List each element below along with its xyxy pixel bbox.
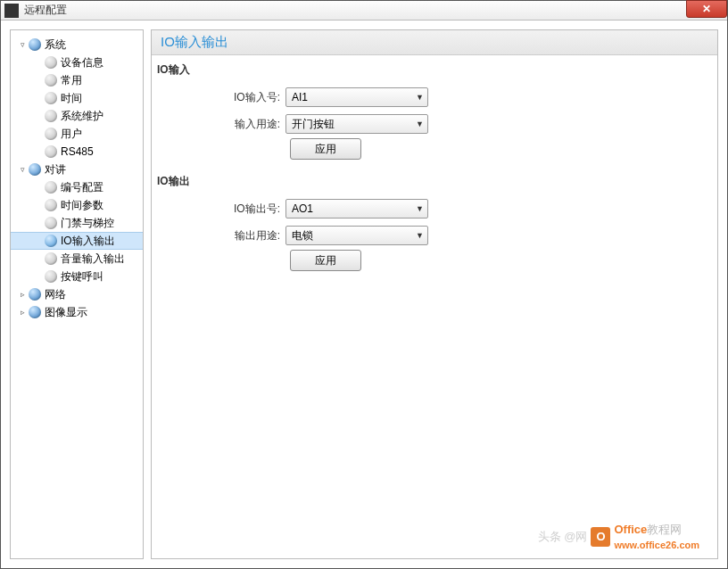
select-value: 电锁 (292, 228, 313, 243)
content: ▿ 系统 设备信息 常用 时间 系统维护 用户 (1, 21, 727, 568)
sphere-icon (45, 199, 57, 211)
tree-item-key-call[interactable]: 按键呼叫 (11, 268, 143, 285)
tree-item-io-inout[interactable]: IO输入输出 (11, 232, 143, 250)
sphere-icon (45, 252, 57, 265)
button-label: 应用 (315, 253, 336, 268)
sphere-icon (45, 92, 57, 104)
tree-label: 常用 (61, 73, 82, 88)
expand-down-icon[interactable]: ▿ (18, 40, 27, 49)
button-label: 应用 (315, 142, 336, 157)
office-icon: O (591, 527, 610, 547)
tree-label: 用户 (61, 127, 82, 142)
select-value: AO1 (292, 202, 313, 215)
io-output-usage-select[interactable]: 电锁 ▼ (285, 226, 428, 245)
io-output-section-label: IO输出 (152, 167, 717, 193)
form-row: 输入用途: 开门按钮 ▼ (152, 111, 717, 136)
close-icon: ✕ (702, 3, 711, 15)
chevron-down-icon: ▼ (416, 120, 424, 128)
tree-label: IO输入输出 (61, 234, 115, 249)
page-title: IO输入输出 (152, 30, 717, 55)
close-button[interactable]: ✕ (686, 0, 727, 18)
expand-down-icon[interactable]: ▿ (18, 165, 27, 174)
sphere-icon (45, 270, 57, 283)
window-title: 远程配置 (24, 3, 67, 18)
tree-node-intercom[interactable]: ▿ 对讲 (11, 161, 143, 178)
app-icon (4, 4, 19, 18)
sphere-icon (45, 74, 57, 87)
tree-label: 系统维护 (61, 109, 103, 124)
tree-label: RS485 (61, 145, 94, 158)
expand-right-icon[interactable]: ▹ (18, 290, 27, 299)
tree-item-time-params[interactable]: 时间参数 (11, 196, 143, 214)
tree-label: 设备信息 (61, 55, 103, 70)
tree-label: 按键呼叫 (61, 269, 103, 284)
io-input-usage-select[interactable]: 开门按钮 ▼ (285, 114, 428, 134)
tree-item-number-config[interactable]: 编号配置 (11, 178, 143, 196)
io-input-num-select[interactable]: AI1 ▼ (285, 87, 428, 107)
apply-input-button[interactable]: 应用 (290, 138, 361, 160)
watermark-url: www.office26.com (614, 540, 699, 550)
chevron-down-icon: ▼ (416, 204, 424, 213)
tree-node-system[interactable]: ▿ 系统 (11, 36, 143, 54)
globe-icon (29, 306, 41, 318)
tree-item-access-lift[interactable]: 门禁与梯控 (11, 214, 143, 232)
io-input-usage-label: 输入用途: (152, 117, 285, 132)
watermark-text: 头条 @网 (538, 529, 588, 545)
sphere-icon (45, 181, 57, 194)
io-output-form: IO输出号: AO1 ▼ 输出用途: 电锁 ▼ 应用 (152, 193, 717, 278)
sidebar-tree[interactable]: ▿ 系统 设备信息 常用 时间 系统维护 用户 (10, 29, 144, 559)
sphere-icon (45, 145, 57, 158)
apply-output-button[interactable]: 应用 (290, 250, 361, 271)
globe-icon (29, 38, 41, 51)
tree-item-volume-inout[interactable]: 音量输入输出 (11, 250, 143, 268)
chevron-down-icon: ▼ (416, 231, 424, 240)
sphere-icon (45, 110, 57, 122)
tree-label: 对讲 (45, 162, 66, 177)
form-row: IO输出号: AO1 ▼ (152, 196, 717, 221)
io-input-num-label: IO输入号: (152, 90, 285, 105)
tree-item-user[interactable]: 用户 (11, 125, 143, 143)
sphere-icon (45, 128, 57, 140)
watermark: 头条 @网 O Office教程网 www.office26.com (538, 522, 699, 551)
button-row: 应用 (152, 250, 717, 271)
button-row: 应用 (152, 138, 717, 160)
tree-item-maintenance[interactable]: 系统维护 (11, 107, 143, 125)
watermark-brand1: Office (614, 523, 647, 536)
form-row: IO输入号: AI1 ▼ (152, 85, 717, 110)
tree-label: 网络 (45, 287, 66, 302)
sphere-icon (45, 235, 57, 247)
chevron-down-icon: ▼ (416, 93, 424, 102)
globe-icon (29, 288, 41, 301)
tree-item-common[interactable]: 常用 (11, 71, 143, 89)
window: 远程配置 ✕ ▿ 系统 设备信息 常用 时间 (0, 0, 728, 569)
sphere-icon (45, 217, 57, 229)
tree-label: 门禁与梯控 (61, 216, 114, 231)
main-panel: IO输入输出 IO输入 IO输入号: AI1 ▼ 输入用途: 开门按钮 ▼ (151, 29, 718, 559)
titlebar: 远程配置 ✕ (1, 1, 727, 21)
tree-label: 时间参数 (61, 198, 103, 213)
select-value: 开门按钮 (292, 117, 335, 132)
form-row: 输出用途: 电锁 ▼ (152, 223, 717, 248)
tree-node-network[interactable]: ▹ 网络 (11, 285, 143, 303)
tree-label: 时间 (61, 91, 82, 106)
tree-item-time[interactable]: 时间 (11, 89, 143, 107)
io-output-num-label: IO输出号: (152, 202, 285, 217)
select-value: AI1 (292, 91, 308, 103)
tree-label: 音量输入输出 (61, 252, 125, 267)
tree-label: 编号配置 (61, 180, 103, 195)
tree-item-rs485[interactable]: RS485 (11, 143, 143, 161)
globe-icon (29, 163, 41, 176)
watermark-brand2: 教程网 (647, 523, 682, 536)
tree-label: 图像显示 (45, 305, 87, 320)
tree-node-image-display[interactable]: ▹ 图像显示 (11, 303, 143, 321)
io-output-num-select[interactable]: AO1 ▼ (285, 199, 428, 219)
expand-right-icon[interactable]: ▹ (18, 308, 27, 317)
io-input-form: IO输入号: AI1 ▼ 输入用途: 开门按钮 ▼ 应用 (152, 81, 717, 167)
tree-item-device-info[interactable]: 设备信息 (11, 54, 143, 71)
io-input-section-label: IO输入 (152, 55, 717, 81)
tree-label: 系统 (45, 37, 66, 53)
io-output-usage-label: 输出用途: (152, 228, 285, 243)
sphere-icon (45, 56, 57, 69)
